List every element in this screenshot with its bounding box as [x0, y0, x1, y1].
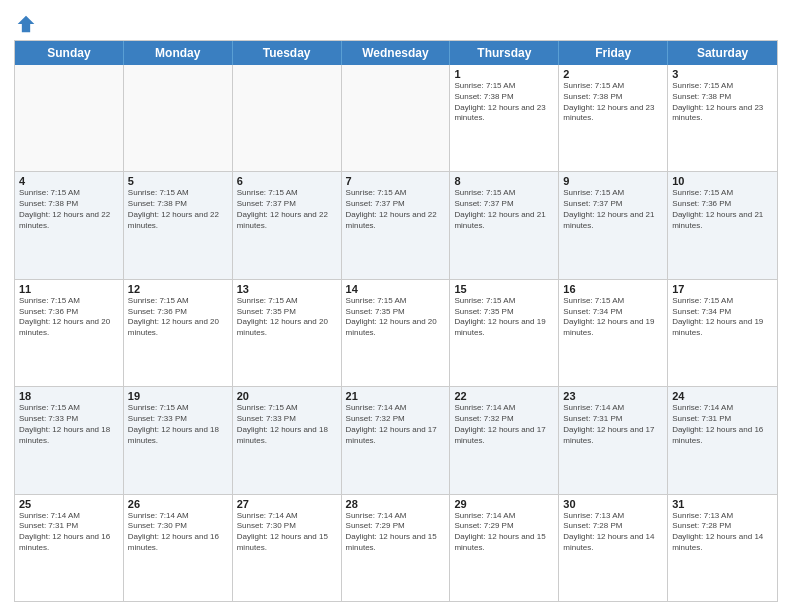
day-info: Sunrise: 7:15 AMSunset: 7:33 PMDaylight:… [19, 403, 119, 446]
calendar-row-4: 25Sunrise: 7:14 AMSunset: 7:31 PMDayligh… [15, 494, 777, 601]
day-cell-12: 12Sunrise: 7:15 AMSunset: 7:36 PMDayligh… [124, 280, 233, 386]
day-cell-28: 28Sunrise: 7:14 AMSunset: 7:29 PMDayligh… [342, 495, 451, 601]
page: SundayMondayTuesdayWednesdayThursdayFrid… [0, 0, 792, 612]
header-day-saturday: Saturday [668, 41, 777, 65]
day-info: Sunrise: 7:15 AMSunset: 7:38 PMDaylight:… [563, 81, 663, 124]
day-number: 6 [237, 175, 337, 187]
empty-cell-0-3 [342, 65, 451, 171]
day-info: Sunrise: 7:14 AMSunset: 7:32 PMDaylight:… [454, 403, 554, 446]
day-number: 19 [128, 390, 228, 402]
header-day-friday: Friday [559, 41, 668, 65]
day-info: Sunrise: 7:15 AMSunset: 7:38 PMDaylight:… [672, 81, 773, 124]
day-number: 26 [128, 498, 228, 510]
day-cell-30: 30Sunrise: 7:13 AMSunset: 7:28 PMDayligh… [559, 495, 668, 601]
day-cell-31: 31Sunrise: 7:13 AMSunset: 7:28 PMDayligh… [668, 495, 777, 601]
day-info: Sunrise: 7:15 AMSunset: 7:35 PMDaylight:… [237, 296, 337, 339]
day-cell-21: 21Sunrise: 7:14 AMSunset: 7:32 PMDayligh… [342, 387, 451, 493]
day-number: 30 [563, 498, 663, 510]
day-number: 24 [672, 390, 773, 402]
day-info: Sunrise: 7:14 AMSunset: 7:31 PMDaylight:… [19, 511, 119, 554]
day-cell-20: 20Sunrise: 7:15 AMSunset: 7:33 PMDayligh… [233, 387, 342, 493]
day-number: 25 [19, 498, 119, 510]
day-cell-10: 10Sunrise: 7:15 AMSunset: 7:36 PMDayligh… [668, 172, 777, 278]
calendar-body: 1Sunrise: 7:15 AMSunset: 7:38 PMDaylight… [15, 65, 777, 601]
day-cell-15: 15Sunrise: 7:15 AMSunset: 7:35 PMDayligh… [450, 280, 559, 386]
calendar-row-3: 18Sunrise: 7:15 AMSunset: 7:33 PMDayligh… [15, 386, 777, 493]
day-info: Sunrise: 7:14 AMSunset: 7:31 PMDaylight:… [672, 403, 773, 446]
day-cell-29: 29Sunrise: 7:14 AMSunset: 7:29 PMDayligh… [450, 495, 559, 601]
day-number: 5 [128, 175, 228, 187]
empty-cell-0-0 [15, 65, 124, 171]
calendar-row-1: 4Sunrise: 7:15 AMSunset: 7:38 PMDaylight… [15, 171, 777, 278]
day-info: Sunrise: 7:14 AMSunset: 7:31 PMDaylight:… [563, 403, 663, 446]
day-cell-24: 24Sunrise: 7:14 AMSunset: 7:31 PMDayligh… [668, 387, 777, 493]
day-info: Sunrise: 7:13 AMSunset: 7:28 PMDaylight:… [563, 511, 663, 554]
day-cell-19: 19Sunrise: 7:15 AMSunset: 7:33 PMDayligh… [124, 387, 233, 493]
day-number: 27 [237, 498, 337, 510]
day-number: 4 [19, 175, 119, 187]
day-cell-2: 2Sunrise: 7:15 AMSunset: 7:38 PMDaylight… [559, 65, 668, 171]
calendar-header: SundayMondayTuesdayWednesdayThursdayFrid… [15, 41, 777, 65]
day-cell-13: 13Sunrise: 7:15 AMSunset: 7:35 PMDayligh… [233, 280, 342, 386]
day-number: 7 [346, 175, 446, 187]
day-number: 13 [237, 283, 337, 295]
day-number: 31 [672, 498, 773, 510]
day-info: Sunrise: 7:15 AMSunset: 7:33 PMDaylight:… [128, 403, 228, 446]
day-info: Sunrise: 7:15 AMSunset: 7:35 PMDaylight:… [346, 296, 446, 339]
day-cell-16: 16Sunrise: 7:15 AMSunset: 7:34 PMDayligh… [559, 280, 668, 386]
day-info: Sunrise: 7:14 AMSunset: 7:30 PMDaylight:… [128, 511, 228, 554]
day-number: 16 [563, 283, 663, 295]
day-info: Sunrise: 7:14 AMSunset: 7:32 PMDaylight:… [346, 403, 446, 446]
calendar-row-2: 11Sunrise: 7:15 AMSunset: 7:36 PMDayligh… [15, 279, 777, 386]
day-info: Sunrise: 7:15 AMSunset: 7:37 PMDaylight:… [237, 188, 337, 231]
day-info: Sunrise: 7:15 AMSunset: 7:38 PMDaylight:… [19, 188, 119, 231]
day-info: Sunrise: 7:15 AMSunset: 7:36 PMDaylight:… [128, 296, 228, 339]
svg-marker-0 [18, 16, 35, 33]
day-info: Sunrise: 7:15 AMSunset: 7:38 PMDaylight:… [128, 188, 228, 231]
day-cell-23: 23Sunrise: 7:14 AMSunset: 7:31 PMDayligh… [559, 387, 668, 493]
empty-cell-0-2 [233, 65, 342, 171]
day-info: Sunrise: 7:14 AMSunset: 7:29 PMDaylight:… [346, 511, 446, 554]
day-number: 14 [346, 283, 446, 295]
calendar: SundayMondayTuesdayWednesdayThursdayFrid… [14, 40, 778, 602]
day-info: Sunrise: 7:14 AMSunset: 7:29 PMDaylight:… [454, 511, 554, 554]
day-cell-5: 5Sunrise: 7:15 AMSunset: 7:38 PMDaylight… [124, 172, 233, 278]
day-info: Sunrise: 7:15 AMSunset: 7:36 PMDaylight:… [672, 188, 773, 231]
day-cell-26: 26Sunrise: 7:14 AMSunset: 7:30 PMDayligh… [124, 495, 233, 601]
day-number: 20 [237, 390, 337, 402]
logo-icon [16, 14, 36, 34]
day-cell-27: 27Sunrise: 7:14 AMSunset: 7:30 PMDayligh… [233, 495, 342, 601]
header-day-sunday: Sunday [15, 41, 124, 65]
day-number: 23 [563, 390, 663, 402]
day-info: Sunrise: 7:15 AMSunset: 7:37 PMDaylight:… [563, 188, 663, 231]
day-number: 17 [672, 283, 773, 295]
day-info: Sunrise: 7:15 AMSunset: 7:35 PMDaylight:… [454, 296, 554, 339]
day-cell-4: 4Sunrise: 7:15 AMSunset: 7:38 PMDaylight… [15, 172, 124, 278]
day-number: 3 [672, 68, 773, 80]
day-cell-18: 18Sunrise: 7:15 AMSunset: 7:33 PMDayligh… [15, 387, 124, 493]
day-cell-25: 25Sunrise: 7:14 AMSunset: 7:31 PMDayligh… [15, 495, 124, 601]
header-day-monday: Monday [124, 41, 233, 65]
day-info: Sunrise: 7:15 AMSunset: 7:37 PMDaylight:… [346, 188, 446, 231]
day-cell-6: 6Sunrise: 7:15 AMSunset: 7:37 PMDaylight… [233, 172, 342, 278]
day-cell-22: 22Sunrise: 7:14 AMSunset: 7:32 PMDayligh… [450, 387, 559, 493]
day-cell-8: 8Sunrise: 7:15 AMSunset: 7:37 PMDaylight… [450, 172, 559, 278]
day-info: Sunrise: 7:15 AMSunset: 7:34 PMDaylight:… [563, 296, 663, 339]
day-number: 15 [454, 283, 554, 295]
calendar-row-0: 1Sunrise: 7:15 AMSunset: 7:38 PMDaylight… [15, 65, 777, 171]
day-info: Sunrise: 7:15 AMSunset: 7:37 PMDaylight:… [454, 188, 554, 231]
day-number: 22 [454, 390, 554, 402]
day-number: 10 [672, 175, 773, 187]
day-number: 12 [128, 283, 228, 295]
day-number: 29 [454, 498, 554, 510]
day-cell-1: 1Sunrise: 7:15 AMSunset: 7:38 PMDaylight… [450, 65, 559, 171]
day-info: Sunrise: 7:15 AMSunset: 7:33 PMDaylight:… [237, 403, 337, 446]
day-number: 21 [346, 390, 446, 402]
empty-cell-0-1 [124, 65, 233, 171]
day-info: Sunrise: 7:14 AMSunset: 7:30 PMDaylight:… [237, 511, 337, 554]
header-day-tuesday: Tuesday [233, 41, 342, 65]
logo [14, 10, 36, 34]
day-info: Sunrise: 7:13 AMSunset: 7:28 PMDaylight:… [672, 511, 773, 554]
header-day-thursday: Thursday [450, 41, 559, 65]
day-number: 11 [19, 283, 119, 295]
